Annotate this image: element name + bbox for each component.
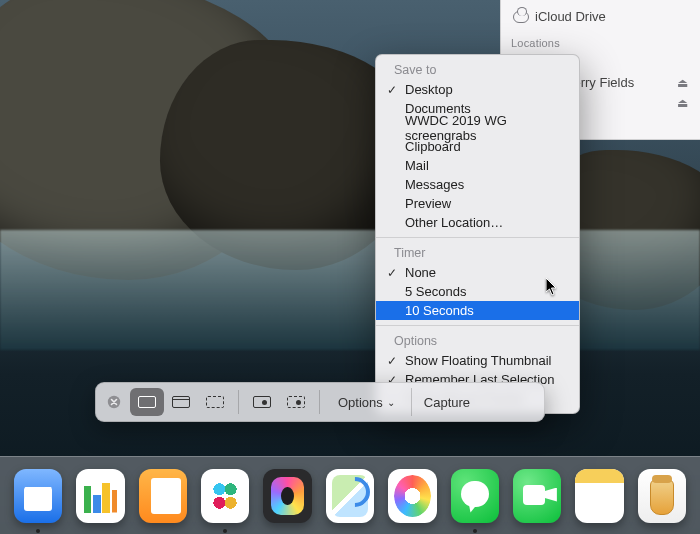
menu-item-label: 10 Seconds [405, 303, 474, 318]
capture-selection-button[interactable] [198, 388, 232, 416]
chevron-down-icon: ⌄ [387, 397, 395, 408]
screen-icon [138, 396, 156, 408]
menu-item-label: Preview [405, 196, 451, 211]
menu-separator [376, 325, 579, 326]
dock-app-numbers[interactable] [76, 469, 124, 523]
dock-app-mail[interactable] [14, 469, 62, 523]
running-indicator-icon [36, 529, 40, 533]
menu-item-label: Clipboard [405, 139, 461, 154]
menu-item-label: Desktop [405, 82, 453, 97]
toolbar-separator [319, 390, 320, 414]
sidebar-item-label: iCloud Drive [535, 9, 606, 24]
menu-item-label: Messages [405, 177, 464, 192]
window-icon [172, 396, 190, 408]
menu-item-clipboard[interactable]: Clipboard [376, 137, 579, 156]
options-menu: Save to Desktop Documents WWDC 2019 WG s… [375, 54, 580, 414]
dock-app-maps[interactable] [326, 469, 374, 523]
menu-item-messages[interactable]: Messages [376, 175, 579, 194]
menu-item-label: 5 Seconds [405, 284, 466, 299]
dock-app-final-cut[interactable] [263, 469, 311, 523]
capture-button[interactable]: Capture [411, 388, 482, 416]
sidebar-item-icloud-drive[interactable]: iCloud Drive [511, 6, 690, 27]
sidebar-section-locations: Locations [511, 37, 690, 49]
menu-section-options: Options [376, 331, 579, 351]
menu-item-label: Other Location… [405, 215, 503, 230]
dock-app-slack[interactable] [201, 469, 249, 523]
dock-app-facetime[interactable] [513, 469, 561, 523]
dock-app-jar[interactable] [638, 469, 686, 523]
record-screen-icon [253, 396, 271, 408]
dock-app-photos[interactable] [388, 469, 436, 523]
capture-entire-screen-button[interactable] [130, 388, 164, 416]
menu-item-label: Show Floating Thumbnail [405, 353, 551, 368]
dock-app-messages[interactable] [451, 469, 499, 523]
menu-item-mail[interactable]: Mail [376, 156, 579, 175]
dock-app-notes[interactable] [575, 469, 623, 523]
menu-section-timer: Timer [376, 243, 579, 263]
screenshot-toolbar: Options ⌄ Capture [95, 382, 545, 422]
record-entire-screen-button[interactable] [245, 388, 279, 416]
menu-item-timer-none[interactable]: None [376, 263, 579, 282]
record-selection-icon [287, 396, 305, 408]
record-selection-button[interactable] [279, 388, 313, 416]
menu-item-label: Mail [405, 158, 429, 173]
eject-icon[interactable]: ⏏ [677, 76, 688, 90]
menu-item-timer-10s[interactable]: 10 Seconds [376, 301, 579, 320]
menu-item-wwdc[interactable]: WWDC 2019 WG screengrabs [376, 118, 579, 137]
menu-item-floating-thumbnail[interactable]: Show Floating Thumbnail [376, 351, 579, 370]
menu-item-desktop[interactable]: Desktop [376, 80, 579, 99]
close-button[interactable] [104, 392, 124, 412]
running-indicator-icon [223, 529, 227, 533]
capture-label: Capture [424, 395, 470, 410]
options-button[interactable]: Options ⌄ [326, 388, 407, 416]
eject-icon[interactable]: ⏏ [677, 96, 688, 110]
running-indicator-icon [473, 529, 477, 533]
menu-item-timer-5s[interactable]: 5 Seconds [376, 282, 579, 301]
capture-window-button[interactable] [164, 388, 198, 416]
selection-icon [206, 396, 224, 408]
toolbar-separator [238, 390, 239, 414]
menu-separator [376, 237, 579, 238]
options-label: Options [338, 395, 383, 410]
menu-item-label: None [405, 265, 436, 280]
menu-item-preview[interactable]: Preview [376, 194, 579, 213]
cloud-icon [513, 11, 529, 23]
dock-app-pages[interactable] [139, 469, 187, 523]
menu-item-other-location[interactable]: Other Location… [376, 213, 579, 232]
menu-section-save-to: Save to [376, 60, 579, 80]
desktop-wallpaper-sea [0, 230, 700, 350]
dock [0, 456, 700, 534]
